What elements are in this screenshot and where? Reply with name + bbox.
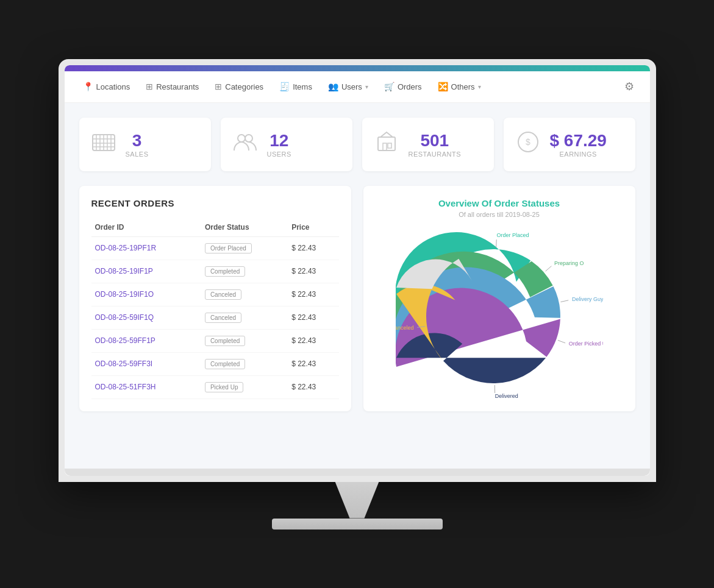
chart-card: Overview Of Order Statuses Of all orders… (363, 186, 635, 411)
status-badge: Completed (205, 336, 245, 346)
users-info: 12 USERS (267, 131, 291, 158)
users-stat-icon (233, 130, 257, 159)
stat-card-sales: 3 SALES (79, 118, 211, 171)
status-badge: Picked Up (205, 382, 244, 392)
users-icon: 👥 (328, 82, 338, 91)
earnings-value: $ 67.29 (550, 131, 607, 151)
recent-orders-title: RECENT ORDERS (91, 198, 339, 208)
orders-icon: 🛒 (384, 82, 394, 91)
price-cell: $ 22.43 (288, 260, 338, 283)
chart-label: Order Placed (496, 232, 529, 238)
table-row: OD-08-25-59FF3I Completed $ 22.43 (91, 352, 339, 375)
chart-label: Delivery Guy (572, 296, 603, 302)
svg-point-9 (238, 135, 245, 142)
svg-line-19 (557, 340, 565, 343)
earnings-info: $ 67.29 EARNINGS (550, 131, 607, 158)
svg-line-18 (560, 300, 568, 302)
price-cell: $ 22.43 (288, 329, 338, 352)
stat-card-earnings: $ $ 67.29 EARNINGS (504, 118, 635, 171)
recent-orders-card: RECENT ORDERS Order ID Order Status Pric… (79, 186, 351, 411)
sales-value: 3 (132, 131, 142, 151)
table-row: OD-08-25-51FF3H Picked Up $ 22.43 (91, 375, 339, 398)
screen-inner: 📍 Locations ⊞ Restaurants ⊞ Categories 🧾… (65, 65, 650, 476)
sales-info: 3 SALES (126, 131, 149, 158)
svg-rect-12 (383, 143, 387, 151)
order-id-link[interactable]: OD-08-25-51FF3H (95, 383, 156, 391)
monitor-wrapper: 📍 Locations ⊞ Restaurants ⊞ Categories 🧾… (59, 59, 656, 530)
orders-table: Order ID Order Status Price OD-08-25-19P… (91, 218, 339, 399)
restaurants-info: 501 RESTAURANTS (409, 131, 462, 158)
order-id-link[interactable]: OD-08-25-19PF1R (95, 244, 157, 252)
location-icon: 📍 (83, 82, 93, 91)
others-icon: 🔀 (438, 82, 448, 91)
table-row: OD-08-25-19IF1P Completed $ 22.43 (91, 260, 339, 283)
order-id-link[interactable]: OD-08-25-19IF1P (95, 267, 153, 275)
order-id-link[interactable]: OD-08-25-59FF3I (95, 360, 153, 368)
table-header-row: Order ID Order Status Price (91, 218, 339, 237)
status-badge: Completed (205, 266, 245, 277)
dashboard-grid: RECENT ORDERS Order ID Order Status Pric… (79, 186, 635, 411)
earnings-stat-icon: $ (516, 130, 540, 159)
table-row: OD-08-25-19IF1O Canceled $ 22.43 (91, 283, 339, 306)
order-id-link[interactable]: OD-08-25-59FF1P (95, 336, 155, 345)
table-row: OD-08-25-59IF1Q Canceled $ 22.43 (91, 306, 339, 329)
nav-label-orders: Orders (398, 82, 422, 91)
chart-label: Preparing O (554, 260, 584, 266)
users-label: USERS (267, 151, 291, 158)
monitor-stand-base (272, 519, 443, 530)
col-order-status: Order Status (201, 218, 288, 237)
others-chevron: ▾ (478, 83, 481, 90)
nav-label-users: Users (341, 82, 362, 91)
chart-title: Overview Of Order Statuses (438, 198, 560, 208)
nav-item-items[interactable]: 🧾 Items (273, 78, 318, 95)
chart-label: Order Picked Up (568, 341, 602, 347)
nav-label-categories: Categories (225, 82, 263, 91)
svg-rect-13 (388, 143, 391, 148)
nav-label-others: Others (451, 82, 475, 91)
nav-item-restaurants[interactable]: ⊞ Restaurants (140, 78, 205, 95)
order-id-link[interactable]: OD-08-25-59IF1Q (95, 313, 154, 322)
nav-item-users[interactable]: 👥 Users ▾ (322, 78, 374, 95)
chart-label: Delivered (494, 393, 518, 398)
chart-container: Order PlacedPreparing ODelivery GuyOrder… (396, 228, 603, 398)
nav-item-orders[interactable]: 🛒 Orders (378, 78, 428, 95)
nav-item-categories[interactable]: ⊞ Categories (209, 78, 270, 95)
table-row: OD-08-25-59FF1P Completed $ 22.43 (91, 329, 339, 352)
price-cell: $ 22.43 (288, 306, 338, 329)
main-content: 3 SALES 12 USERS (65, 103, 650, 469)
col-price: Price (288, 218, 338, 237)
restaurants-label: RESTAURANTS (409, 151, 462, 158)
status-badge: Canceled (205, 313, 241, 323)
restaurants-stat-icon (374, 130, 399, 159)
sales-label: SALES (126, 151, 149, 158)
svg-text:$: $ (526, 137, 530, 147)
status-badge: Completed (205, 359, 245, 369)
stat-card-restaurants: 501 RESTAURANTS (362, 118, 494, 171)
monitor-stand-neck (321, 482, 394, 519)
users-chevron: ▾ (365, 83, 368, 90)
order-id-link[interactable]: OD-08-25-19IF1O (95, 290, 154, 299)
settings-icon[interactable]: ⚙ (621, 76, 638, 97)
stat-card-users: 12 USERS (221, 118, 352, 171)
price-cell: $ 22.43 (288, 352, 338, 375)
svg-line-16 (496, 239, 496, 247)
earnings-label: EARNINGS (559, 151, 596, 158)
monitor-screen: 📍 Locations ⊞ Restaurants ⊞ Categories 🧾… (59, 59, 656, 482)
nav-bar: 📍 Locations ⊞ Restaurants ⊞ Categories 🧾… (65, 71, 650, 103)
col-order-id: Order ID (91, 218, 201, 237)
nav-label-restaurants: Restaurants (156, 82, 199, 91)
monitor-bottom-bezel (65, 469, 650, 476)
price-cell: $ 22.43 (288, 236, 338, 260)
nav-item-locations[interactable]: 📍 Locations (77, 78, 137, 95)
items-icon: 🧾 (279, 82, 290, 91)
users-value: 12 (270, 131, 288, 151)
nav-label-items: Items (293, 82, 312, 91)
nav-item-others[interactable]: 🔀 Others ▾ (432, 78, 487, 95)
restaurant-icon: ⊞ (146, 82, 153, 91)
price-cell: $ 22.43 (288, 283, 338, 306)
nav-label-locations: Locations (96, 82, 130, 91)
chart-label: Canceled (396, 324, 413, 330)
restaurants-value: 501 (420, 131, 449, 151)
screen-gradient-bar (65, 65, 650, 71)
categories-icon: ⊞ (215, 82, 222, 91)
